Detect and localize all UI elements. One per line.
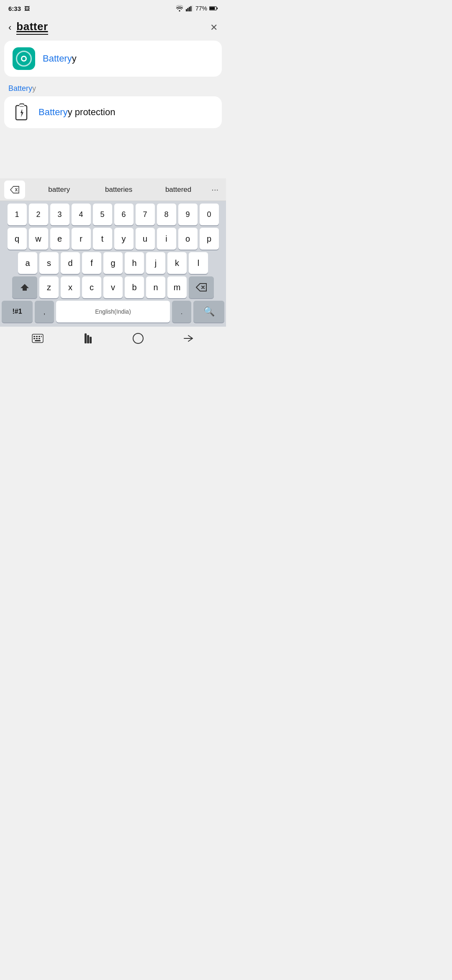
svg-rect-1 (187, 8, 189, 11)
suggestion-batteries[interactable]: batteries (89, 181, 148, 198)
svg-rect-23 (133, 333, 143, 343)
svg-rect-4 (192, 5, 193, 11)
battery-protection-highlight: Battery (39, 107, 68, 117)
battery-category-rest: y (32, 84, 36, 93)
battery-app-name-rest: y (72, 53, 77, 64)
key-0[interactable]: 0 (200, 204, 219, 225)
key-a[interactable]: a (18, 252, 37, 274)
battery-protection-icon-wrap (13, 103, 31, 121)
signal-icon (186, 5, 193, 12)
key-r[interactable]: r (72, 228, 91, 250)
nav-keyboard-icon[interactable] (27, 330, 48, 347)
suggestion-battered[interactable]: battered (149, 181, 208, 198)
svg-rect-12 (33, 336, 35, 337)
svg-rect-21 (87, 335, 89, 343)
key-6[interactable]: 6 (114, 204, 134, 225)
status-bar: 6:33 🖼 77% (0, 0, 226, 15)
svg-rect-19 (35, 340, 41, 341)
key-k[interactable]: k (167, 252, 187, 274)
suggestion-words: battery batteries battered (29, 181, 208, 198)
key-q[interactable]: q (8, 228, 27, 250)
key-j[interactable]: j (146, 252, 165, 274)
suggestion-more-btn[interactable]: ··· (208, 181, 222, 199)
key-g[interactable]: g (103, 252, 123, 274)
search-text[interactable]: batter (16, 20, 48, 35)
key-backspace[interactable] (189, 276, 214, 298)
key-space[interactable]: English(India) (56, 301, 170, 322)
battery-protection-result[interactable]: Batteryy protection (4, 96, 222, 128)
wifi-icon (175, 5, 184, 12)
keyboard-row-asdf: a s d f g h j k l (2, 252, 224, 274)
key-l[interactable]: l (189, 252, 208, 274)
key-p[interactable]: p (200, 228, 219, 250)
key-w[interactable]: w (29, 228, 48, 250)
battery-category-highlight: Battery (8, 84, 32, 93)
keyboard-row-numbers: 1 2 3 4 5 6 7 8 9 0 (2, 204, 224, 225)
key-v[interactable]: v (103, 276, 123, 298)
keyboard-row-zxcv: z x c v b n m (2, 276, 224, 298)
battery-app-icon (13, 47, 35, 70)
svg-rect-17 (36, 338, 38, 339)
key-n[interactable]: n (146, 276, 165, 298)
svg-rect-15 (41, 336, 42, 337)
key-u[interactable]: u (136, 228, 155, 250)
svg-rect-22 (90, 337, 92, 343)
battery-protection-name: Batteryy protection (39, 107, 115, 118)
svg-rect-7 (210, 7, 215, 10)
key-s[interactable]: s (39, 252, 59, 274)
svg-rect-10 (19, 105, 24, 106)
key-i[interactable]: i (157, 228, 176, 250)
key-h[interactable]: h (125, 252, 144, 274)
key-1[interactable]: 1 (8, 204, 27, 225)
key-t[interactable]: t (93, 228, 112, 250)
navigation-bar (0, 327, 226, 350)
svg-rect-6 (217, 8, 218, 9)
svg-rect-18 (39, 338, 40, 339)
key-o[interactable]: o (178, 228, 198, 250)
nav-home-icon[interactable] (128, 330, 149, 347)
key-symbols[interactable]: !#1 (2, 301, 33, 322)
search-input-wrap[interactable]: batter (16, 20, 205, 35)
svg-rect-14 (39, 336, 40, 337)
key-y[interactable]: y (114, 228, 134, 250)
svg-rect-20 (85, 333, 87, 343)
suggestion-backspace-btn[interactable] (4, 181, 25, 199)
battery-app-name: Batteryy (43, 53, 77, 64)
key-7[interactable]: 7 (136, 204, 155, 225)
key-3[interactable]: 3 (50, 204, 69, 225)
key-9[interactable]: 9 (178, 204, 198, 225)
key-z[interactable]: z (39, 276, 59, 298)
key-f[interactable]: f (82, 252, 101, 274)
key-period[interactable]: . (172, 301, 191, 322)
key-d[interactable]: d (61, 252, 80, 274)
battery-category-label: Batteryy (0, 77, 226, 96)
nav-recents-icon[interactable] (77, 330, 98, 347)
battery-app-icon-inner (16, 51, 32, 67)
key-shift[interactable] (12, 276, 37, 298)
key-x[interactable]: x (61, 276, 80, 298)
key-4[interactable]: 4 (72, 204, 91, 225)
close-button[interactable]: ✕ (210, 22, 218, 33)
app-results-area: Batteryy (4, 41, 222, 77)
battery-protection-icon (14, 103, 29, 121)
back-button[interactable]: ‹ (8, 22, 11, 33)
status-icons: 77% (175, 5, 218, 12)
suggestion-bar: battery batteries battered ··· (0, 178, 226, 201)
svg-rect-16 (33, 338, 35, 339)
svg-rect-13 (36, 336, 38, 337)
battery-app-result[interactable]: Batteryy (4, 41, 222, 77)
search-bar-container: ‹ batter ✕ (0, 15, 226, 41)
key-5[interactable]: 5 (93, 204, 112, 225)
key-b[interactable]: b (125, 276, 144, 298)
nav-back-icon[interactable] (178, 330, 199, 347)
status-time: 6:33 (8, 5, 21, 12)
key-c[interactable]: c (82, 276, 101, 298)
battery-percent: 77% (195, 5, 207, 12)
key-2[interactable]: 2 (29, 204, 48, 225)
key-8[interactable]: 8 (157, 204, 176, 225)
key-m[interactable]: m (167, 276, 187, 298)
key-search[interactable]: 🔍 (193, 301, 224, 322)
key-e[interactable]: e (50, 228, 69, 250)
key-comma[interactable]: , (35, 301, 54, 322)
suggestion-battery[interactable]: battery (29, 181, 89, 198)
